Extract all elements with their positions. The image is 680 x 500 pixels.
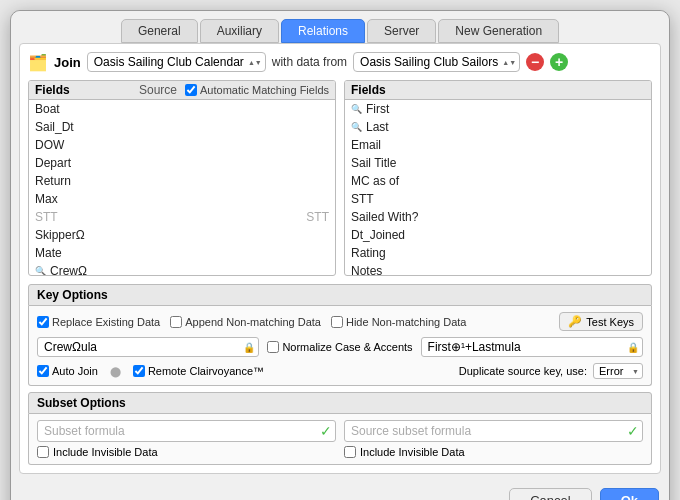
list-item[interactable]: Notes: [345, 262, 651, 275]
list-item[interactable]: 🔍Last: [345, 118, 651, 136]
source-fields-header: Fields Source Automatic Matching Fields: [29, 81, 335, 100]
ok-button[interactable]: Ok: [600, 488, 659, 500]
tab-server[interactable]: Server: [367, 19, 436, 43]
list-item[interactable]: Sail_Dt: [29, 118, 335, 136]
invisible-row: Include Invisible Data Include Invisible…: [37, 446, 643, 458]
dup-key-label: Duplicate source key, use:: [459, 365, 587, 377]
list-item[interactable]: DOW: [29, 136, 335, 154]
auto-join-checkbox[interactable]: [37, 365, 49, 377]
source-table-wrapper[interactable]: Oasis Sailing Club Calendar: [87, 52, 266, 72]
list-item[interactable]: Sail Title: [345, 154, 651, 172]
target-fields-panel: Fields 🔍First 🔍Last Email Sail Title MC …: [344, 80, 652, 276]
list-item[interactable]: STTSTT: [29, 208, 335, 226]
list-item[interactable]: Rating: [345, 244, 651, 262]
footer: Cancel Ok: [11, 482, 669, 500]
list-item[interactable]: Sailed With?: [345, 208, 651, 226]
subset-formula-right-wrapper[interactable]: ✓: [344, 420, 643, 442]
formula-icon-right: 🔒: [627, 342, 639, 353]
append-non-matching-checkbox[interactable]: [170, 316, 182, 328]
with-data-from-label: with data from: [272, 55, 347, 69]
source-table-select[interactable]: Oasis Sailing Club Calendar: [87, 52, 266, 72]
subset-formula-left-input[interactable]: [37, 420, 336, 442]
test-keys-button[interactable]: 🔑 Test Keys: [559, 312, 643, 331]
right-formula-wrapper[interactable]: 🔒: [421, 337, 643, 357]
source-fields-panel: Fields Source Automatic Matching Fields …: [28, 80, 336, 276]
key-options-header: Key Options: [28, 284, 652, 306]
target-fields-label: Fields: [351, 83, 645, 97]
key-options-section: Key Options Replace Existing Data Append…: [28, 284, 652, 386]
normalize-checkbox[interactable]: [267, 341, 279, 353]
append-non-matching-text: Append Non-matching Data: [185, 316, 321, 328]
cancel-button[interactable]: Cancel: [509, 488, 591, 500]
replace-existing-checkbox[interactable]: [37, 316, 49, 328]
target-table-wrapper[interactable]: Oasis Sailing Club Sailors: [353, 52, 520, 72]
subset-formulas-row: ✓ ✓: [37, 420, 643, 442]
search-icon: 🔍: [351, 122, 362, 132]
subset-formula-right-input[interactable]: [344, 420, 643, 442]
subset-options-body: ✓ ✓ Include Invisible Data Include Invis…: [28, 414, 652, 465]
tab-general[interactable]: General: [121, 19, 198, 43]
hide-non-matching-checkbox[interactable]: [331, 316, 343, 328]
list-item[interactable]: Max: [29, 190, 335, 208]
remove-table-button[interactable]: −: [526, 53, 544, 71]
green-check-right-icon: ✓: [627, 423, 639, 439]
subset-options-header: Subset Options: [28, 392, 652, 414]
target-fields-header: Fields: [345, 81, 651, 100]
key-options-row1: Replace Existing Data Append Non-matchin…: [37, 312, 643, 331]
fields-container: Fields Source Automatic Matching Fields …: [28, 80, 652, 276]
auto-match[interactable]: Automatic Matching Fields: [185, 84, 329, 96]
list-item[interactable]: Email: [345, 136, 651, 154]
auto-match-checkbox[interactable]: [185, 84, 197, 96]
source-label: Source: [139, 83, 177, 97]
tab-new-generation[interactable]: New Generation: [438, 19, 559, 43]
include-invisible-right-checkbox[interactable]: [344, 446, 356, 458]
auto-match-label: Automatic Matching Fields: [200, 84, 329, 96]
dup-key-select[interactable]: Error: [593, 363, 643, 379]
key-icon: 🔑: [568, 315, 582, 328]
search-icon: 🔍: [351, 104, 362, 114]
subset-formula-left-wrapper[interactable]: ✓: [37, 420, 336, 442]
invisible-left: Include Invisible Data: [37, 446, 336, 458]
normalize-label[interactable]: Normalize Case & Accents: [267, 341, 412, 353]
tab-auxiliary[interactable]: Auxiliary: [200, 19, 279, 43]
include-invisible-left-text: Include Invisible Data: [53, 446, 158, 458]
briefcase-icon: 🗂️: [28, 53, 48, 72]
list-item[interactable]: Mate: [29, 244, 335, 262]
list-item[interactable]: Dt_Joined: [345, 226, 651, 244]
add-table-button[interactable]: +: [550, 53, 568, 71]
list-item[interactable]: Return: [29, 172, 335, 190]
search-icon: 🔍: [35, 266, 46, 275]
right-formula-input[interactable]: [421, 337, 643, 357]
list-item[interactable]: Depart: [29, 154, 335, 172]
key-options-body: Replace Existing Data Append Non-matchin…: [28, 306, 652, 386]
replace-existing-label[interactable]: Replace Existing Data: [37, 316, 160, 328]
target-table-select[interactable]: Oasis Sailing Club Sailors: [353, 52, 520, 72]
left-formula-wrapper[interactable]: 🔒: [37, 337, 259, 357]
include-invisible-left-checkbox[interactable]: [37, 446, 49, 458]
append-non-matching-label[interactable]: Append Non-matching Data: [170, 316, 321, 328]
list-item[interactable]: 🔍CrewΩ: [29, 262, 335, 275]
list-item[interactable]: Boat: [29, 100, 335, 118]
remote-clairvoyance-label[interactable]: Remote Clairvoyance™: [133, 365, 264, 377]
tabs-bar: General Auxiliary Relations Server New G…: [11, 11, 669, 43]
dup-key-select-wrapper[interactable]: Error: [593, 363, 643, 379]
join-label: Join: [54, 55, 81, 70]
formula-icon-left: 🔒: [243, 342, 255, 353]
dup-key-row: Duplicate source key, use: Error: [459, 363, 643, 379]
tab-relations[interactable]: Relations: [281, 19, 365, 43]
source-fields-list: Boat Sail_Dt DOW Depart Return Max STTST…: [29, 100, 335, 275]
subset-options-section: Subset Options ✓ ✓ Include Invisible: [28, 392, 652, 465]
join-row: 🗂️ Join Oasis Sailing Club Calendar with…: [28, 52, 652, 72]
list-item[interactable]: MC as of: [345, 172, 651, 190]
left-formula-input[interactable]: [37, 337, 259, 357]
auto-join-label[interactable]: Auto Join: [37, 365, 98, 377]
list-item[interactable]: STT: [345, 190, 651, 208]
auto-join-row: Auto Join ⬤ Remote Clairvoyance™ Duplica…: [37, 363, 643, 379]
remote-clairvoyance-checkbox[interactable]: [133, 365, 145, 377]
list-item[interactable]: 🔍First: [345, 100, 651, 118]
auto-join-text: Auto Join: [52, 365, 98, 377]
normalize-text: Normalize Case & Accents: [282, 341, 412, 353]
list-item[interactable]: SkipperΩ: [29, 226, 335, 244]
formula-row: 🔒 Normalize Case & Accents 🔒: [37, 337, 643, 357]
hide-non-matching-label[interactable]: Hide Non-matching Data: [331, 316, 466, 328]
